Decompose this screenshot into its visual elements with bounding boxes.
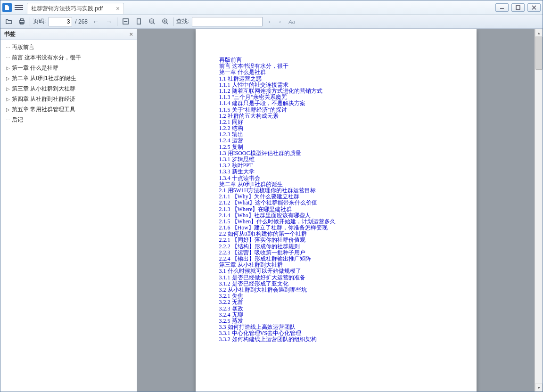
window-controls bbox=[495, 3, 541, 12]
page-number-input[interactable] bbox=[49, 17, 72, 26]
minimize-button[interactable] bbox=[495, 3, 509, 12]
toc-link[interactable]: 1.1.1 人性中的社交连接需求 bbox=[219, 82, 453, 88]
bookmark-label: 前言 这本书没有水分，很干 bbox=[12, 53, 81, 62]
bookmark-label: 再版前言 bbox=[12, 43, 34, 51]
document-scroll[interactable]: 再版前言前言 这本书没有水分，很干第一章 什么是社群1.1 社群运营之惑1.1.… bbox=[137, 29, 535, 392]
titlebar: 社群营销方法技巧与实践.pdf × bbox=[0, 0, 543, 15]
toc-link[interactable]: 1.3.1 罗辑思维 bbox=[219, 156, 453, 163]
bookmark-label: 第三章 从小社群到大社群 bbox=[12, 84, 75, 93]
svg-rect-5 bbox=[20, 19, 23, 21]
sidebar-close-icon[interactable]: × bbox=[129, 31, 133, 38]
bookmark-item[interactable]: ▷第五章 常用社群管理工具 bbox=[0, 104, 137, 114]
toc-link[interactable]: 3.1 什么时候就可以开始做规模了 bbox=[219, 268, 453, 274]
toc-link[interactable]: 3.2 从小社群到大社群会遇到哪些坑 bbox=[219, 287, 453, 293]
toc-link[interactable]: 3.1.2 是否已经形成了亚文化 bbox=[219, 281, 453, 287]
toc-link[interactable]: 3.1.1 是否已经做好扩大运营的准备 bbox=[219, 275, 453, 281]
bookmark-label: 后记 bbox=[12, 115, 23, 124]
bookmark-item[interactable]: ⋯后记 bbox=[0, 114, 137, 125]
find-input[interactable] bbox=[192, 17, 263, 26]
fit-width-button[interactable] bbox=[120, 16, 131, 27]
sidebar-title: 书签 bbox=[4, 30, 16, 38]
bookmark-item[interactable]: ⋯前言 这本书没有水分，很干 bbox=[0, 52, 137, 63]
bookmark-item[interactable]: ▷第三章 从小社群到大社群 bbox=[0, 83, 137, 94]
toc-link[interactable]: 1.2.4 运营 bbox=[219, 138, 453, 144]
toc-link[interactable]: 2.1.4 【Who】社群里面应该有哪些人 bbox=[219, 212, 453, 219]
find-prev-icon[interactable]: ‹ bbox=[265, 18, 273, 25]
bookmark-label: 第四章 从社群到社群经济 bbox=[12, 95, 75, 103]
fit-page-button[interactable] bbox=[133, 16, 144, 27]
zoom-out-button[interactable] bbox=[147, 16, 157, 27]
scroll-up-icon[interactable]: ▴ bbox=[535, 29, 543, 37]
toc-link[interactable]: 2.2.2 【结构】形成你的社群规则 bbox=[219, 244, 453, 250]
bookmark-item[interactable]: ▷第二章 从0到1社群的诞生 bbox=[0, 73, 137, 83]
content-area: 书签 × ⋯再版前言⋯前言 这本书没有水分，很干▷第一章 什么是社群▷第二章 从… bbox=[0, 29, 543, 392]
bookmark-item[interactable]: ⋯再版前言 bbox=[0, 42, 137, 52]
print-button[interactable] bbox=[16, 16, 27, 27]
page-total: / 268 bbox=[75, 18, 88, 25]
sidebar-header: 书签 × bbox=[0, 29, 137, 40]
toc-link[interactable]: 1.1.4 建群只是手段，不是解决方案 bbox=[219, 100, 453, 106]
expand-icon[interactable]: ▷ bbox=[5, 75, 11, 81]
toc-link[interactable]: 1.1.5 关于"社群经济"的探讨 bbox=[219, 107, 453, 113]
maximize-button[interactable] bbox=[511, 3, 525, 12]
scroll-thumb[interactable] bbox=[535, 37, 543, 70]
toc-link[interactable]: 1.2.5 复制 bbox=[219, 144, 453, 150]
close-button[interactable] bbox=[527, 3, 541, 12]
toc-link[interactable]: 1.2.1 同好 bbox=[219, 119, 453, 125]
leaf-icon: ⋯ bbox=[5, 54, 11, 61]
bookmark-label: 第五章 常用社群管理工具 bbox=[12, 105, 75, 114]
document-tab[interactable]: 社群营销方法技巧与实践.pdf × bbox=[27, 3, 124, 14]
toc-link[interactable]: 3.3.2 如何构建线上运营团队的组织架构 bbox=[219, 336, 453, 343]
zoom-in-button[interactable] bbox=[160, 16, 170, 27]
open-file-button[interactable] bbox=[3, 16, 14, 27]
toc-link[interactable]: 3.2.2 无首 bbox=[219, 299, 453, 305]
expand-icon[interactable]: ▷ bbox=[5, 86, 11, 91]
toc-link[interactable]: 1.1 社群运营之惑 bbox=[219, 76, 453, 82]
app-window: 社群营销方法技巧与实践.pdf × 页码: / 268 ← → 查找: ‹ › … bbox=[0, 0, 543, 392]
toc-link[interactable]: 3.2.3 暴政 bbox=[219, 306, 453, 312]
svg-rect-1 bbox=[516, 6, 520, 9]
toc-link[interactable]: 1.3.4 十点读书会 bbox=[219, 175, 453, 181]
toc-link[interactable]: 2.2.1 【同好】落实你的社群价值观 bbox=[219, 237, 453, 243]
toc-link[interactable]: 1.2.3 输出 bbox=[219, 131, 453, 138]
toc-link[interactable]: 1.3.3 新生大学 bbox=[219, 169, 453, 175]
menu-icon[interactable] bbox=[15, 3, 23, 12]
vertical-scrollbar[interactable]: ▴ ▾ bbox=[535, 29, 543, 392]
svg-line-11 bbox=[153, 23, 155, 24]
toc-link[interactable]: 3.2.1 失焦 bbox=[219, 293, 453, 299]
find-next-icon[interactable]: › bbox=[276, 18, 284, 25]
toc-link[interactable]: 3.2.4 无聊 bbox=[219, 312, 453, 318]
toc-link[interactable]: 1.2 社群的五大构成元素 bbox=[219, 113, 453, 119]
page-label: 页码: bbox=[33, 17, 46, 25]
bookmark-item[interactable]: ▷第四章 从社群到社群经济 bbox=[0, 94, 137, 104]
toc-link[interactable]: 第一章 什么是社群 bbox=[219, 69, 453, 75]
document-viewport: 再版前言前言 这本书没有水分，很干第一章 什么是社群1.1 社群运营之惑1.1.… bbox=[137, 29, 543, 392]
bookmarks-list: ⋯再版前言⋯前言 这本书没有水分，很干▷第一章 什么是社群▷第二章 从0到1社群… bbox=[0, 40, 137, 392]
svg-rect-9 bbox=[137, 19, 140, 24]
bookmark-item[interactable]: ▷第一章 什么是社群 bbox=[0, 63, 137, 73]
toc-link[interactable]: 2.1.3 【Where】在哪里建社群 bbox=[219, 206, 453, 212]
svg-line-14 bbox=[166, 23, 168, 24]
scroll-down-icon[interactable]: ▾ bbox=[535, 384, 543, 392]
expand-icon[interactable]: ▷ bbox=[5, 106, 11, 112]
find-label: 查找: bbox=[176, 17, 189, 25]
toolbar: 页码: / 268 ← → 查找: ‹ › Aa bbox=[0, 15, 543, 29]
bookmark-label: 第二章 从0到1社群的诞生 bbox=[12, 74, 76, 82]
toc-link[interactable]: 1.2.2 结构 bbox=[219, 125, 453, 131]
bookmarks-sidebar: 书签 × ⋯再版前言⋯前言 这本书没有水分，很干▷第一章 什么是社群▷第二章 从… bbox=[0, 29, 137, 392]
toc-link[interactable]: 第二章 从0到1社群的诞生 bbox=[219, 181, 453, 188]
leaf-icon: ⋯ bbox=[5, 44, 11, 51]
tab-close-icon[interactable]: × bbox=[116, 5, 120, 12]
match-case-button[interactable]: Aa bbox=[287, 16, 297, 27]
pdf-page: 再版前言前言 这本书没有水分，很干第一章 什么是社群1.1 社群运营之惑1.1.… bbox=[196, 29, 477, 392]
bookmark-label: 第一章 什么是社群 bbox=[12, 64, 58, 72]
tab-title: 社群营销方法技巧与实践.pdf bbox=[31, 5, 103, 13]
app-icon bbox=[2, 3, 12, 12]
toc-link[interactable]: 2.1.2 【What】这个社群能带来什么价值 bbox=[219, 200, 453, 206]
prev-page-icon[interactable]: ← bbox=[90, 18, 101, 25]
leaf-icon: ⋯ bbox=[5, 116, 11, 123]
next-page-icon[interactable]: → bbox=[104, 18, 114, 25]
expand-icon[interactable]: ▷ bbox=[5, 65, 11, 71]
expand-icon[interactable]: ▷ bbox=[5, 96, 11, 102]
